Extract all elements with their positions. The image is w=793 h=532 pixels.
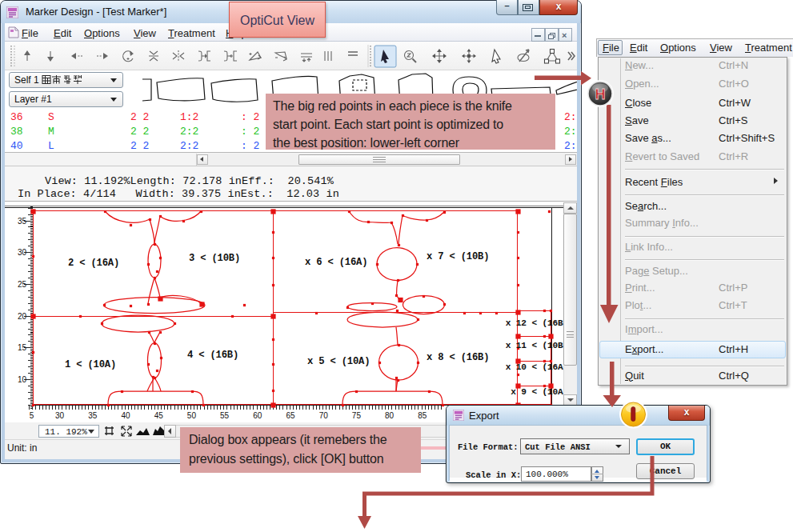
svg-text:H: H — [595, 86, 606, 102]
